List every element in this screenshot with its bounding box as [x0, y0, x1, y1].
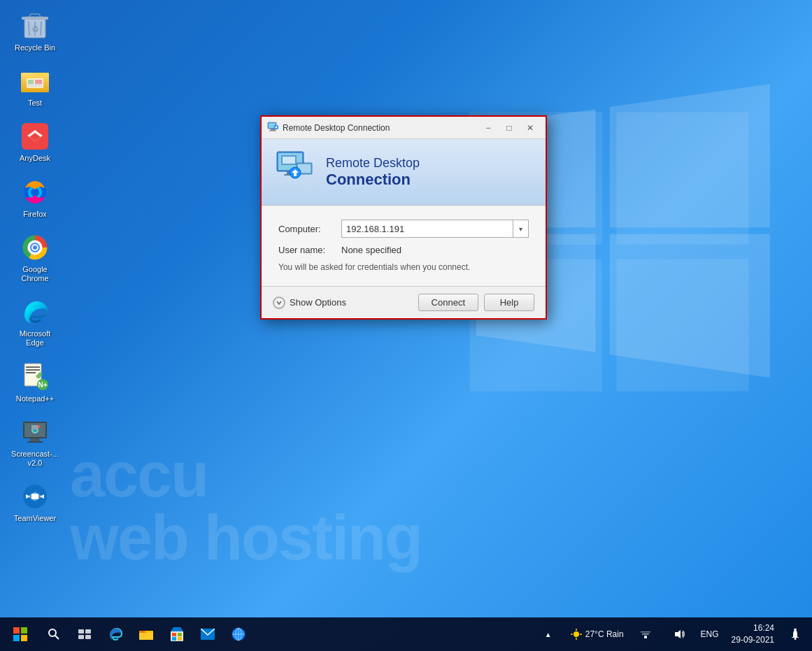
desktop-icons-container: ♻ Recycle Bin: [7, 7, 63, 527]
firefox-icon: [20, 178, 50, 207]
computer-input[interactable]: [342, 224, 513, 234]
help-button[interactable]: Help: [484, 294, 534, 311]
clock[interactable]: 16:24 29-09-2021: [726, 622, 780, 646]
screencast-label: Screencast-... v2.0: [11, 450, 59, 468]
notepadpp-label: Notepad++: [16, 394, 54, 403]
svg-rect-6: [22, 17, 48, 20]
desktop-icon-notepadpp[interactable]: N+ Notepad++: [7, 358, 63, 408]
search-icon: [48, 628, 60, 641]
notepadpp-icon: N+: [20, 362, 50, 392]
anydesk-icon: [20, 122, 50, 151]
start-button[interactable]: [3, 620, 38, 649]
svg-text:♻: ♻: [31, 24, 39, 34]
language-button[interactable]: ENG: [698, 620, 722, 649]
svg-rect-62: [85, 629, 91, 634]
show-hidden-icons-button[interactable]: ▲: [534, 620, 563, 649]
svg-rect-48: [283, 157, 295, 164]
windows-start-icon: [13, 627, 27, 641]
rdp-dialog: Remote Desktop Connection − □ ✕: [260, 115, 547, 320]
rdp-maximize-button[interactable]: □: [499, 120, 519, 136]
rdp-header-title1: Remote Desktop: [326, 156, 420, 171]
clock-date: 29-09-2021: [732, 634, 774, 646]
taskbar-edge-button[interactable]: [101, 620, 130, 649]
volume-icon-button[interactable]: [664, 620, 694, 649]
svg-point-54: [273, 297, 285, 308]
taskbar-mail-button[interactable]: [193, 620, 222, 649]
show-options-icon: [273, 296, 285, 309]
notification-bell-icon: [790, 629, 800, 640]
show-options-label: Show Options: [290, 297, 346, 308]
firefox-label: Firefox: [23, 210, 47, 219]
rdp-header-title2: Connection: [326, 171, 420, 189]
computer-dropdown-arrow[interactable]: ▾: [513, 220, 528, 237]
computer-input-wrapper[interactable]: ▾: [341, 220, 529, 238]
desktop-icon-google-chrome[interactable]: Google Chrome: [7, 229, 63, 287]
rdp-minimize-button[interactable]: −: [478, 120, 498, 136]
svg-marker-84: [675, 630, 681, 638]
network-icon[interactable]: [631, 620, 660, 649]
rdp-body: Computer: ▾ User name: None specified Yo…: [262, 206, 546, 286]
svg-rect-26: [26, 369, 40, 371]
svg-rect-70: [178, 637, 182, 641]
taskbar-left: [3, 620, 253, 649]
google-chrome-label: Google Chrome: [11, 265, 59, 283]
desktop-icon-recycle-bin[interactable]: ♻ Recycle Bin: [7, 7, 63, 57]
weather-icon: [570, 628, 583, 641]
svg-rect-67: [172, 633, 176, 636]
taskbar: ▲ 27°C Rain: [0, 617, 812, 651]
svg-point-59: [49, 629, 56, 636]
weather-widget[interactable]: 27°C Rain: [567, 628, 627, 641]
svg-rect-55: [13, 627, 20, 634]
svg-line-7: [29, 22, 29, 36]
volume-icon: [674, 629, 685, 640]
weather-text: 27°C Rain: [585, 629, 624, 639]
svg-rect-69: [172, 637, 176, 641]
network-status-icon: [640, 629, 651, 640]
show-options-button[interactable]: Show Options: [273, 296, 346, 309]
username-value: None specified: [341, 245, 401, 255]
recycle-bin-icon: ♻: [20, 11, 50, 41]
desktop-icon-microsoft-edge[interactable]: Microsoft Edge: [7, 293, 63, 352]
svg-point-37: [38, 425, 41, 428]
test-folder-icon: [20, 66, 50, 96]
connect-button[interactable]: Connect: [418, 294, 478, 311]
svg-rect-39: [31, 494, 38, 499]
desktop-icon-screencast[interactable]: Screencast-... v2.0: [7, 413, 63, 472]
recycle-bin-label: Recycle Bin: [15, 43, 55, 52]
svg-rect-63: [78, 635, 84, 639]
watermark-line2: web hosting: [70, 502, 422, 574]
svg-rect-36: [31, 425, 38, 429]
taskbar-fileexplorer-icon: [139, 628, 153, 641]
svg-rect-32: [30, 438, 40, 441]
rdp-titlebar: Remote Desktop Connection − □ ✕: [262, 117, 546, 139]
test-folder-label: Test: [28, 99, 42, 108]
username-field-row: User name: None specified: [278, 245, 529, 255]
taskbar-store-button[interactable]: [162, 620, 192, 649]
desktop-icon-anydesk[interactable]: AnyDesk: [7, 117, 63, 167]
clock-time: 16:24: [732, 622, 774, 634]
taskview-icon: [78, 629, 91, 639]
search-button[interactable]: [39, 620, 69, 649]
svg-rect-42: [271, 129, 275, 130]
desktop-icon-test[interactable]: Test: [7, 62, 63, 112]
taskbar-right: ▲ 27°C Rain: [534, 620, 809, 649]
svg-rect-86: [794, 629, 797, 630]
desktop-icon-firefox[interactable]: Firefox: [7, 173, 63, 223]
svg-rect-25: [26, 366, 40, 368]
microsoft-edge-label: Microsoft Edge: [11, 329, 59, 348]
taskbar-store-icon: [171, 627, 183, 641]
desktop: accu web hosting ♻ Recycle Bin: [0, 0, 812, 651]
svg-rect-61: [78, 629, 84, 634]
svg-rect-33: [27, 441, 43, 443]
taskview-button[interactable]: [70, 620, 99, 649]
screencast-icon: [20, 417, 50, 447]
svg-point-23: [33, 245, 37, 250]
svg-line-60: [55, 636, 59, 639]
rdp-header: Remote Desktop Connection: [262, 139, 546, 206]
svg-rect-68: [178, 633, 182, 636]
taskbar-fileexplorer-button[interactable]: [131, 620, 161, 649]
taskbar-globe-button[interactable]: [224, 620, 253, 649]
rdp-close-button[interactable]: ✕: [520, 120, 540, 136]
notification-center-button[interactable]: [784, 623, 806, 645]
desktop-icon-teamviewer[interactable]: TeamViewer: [7, 478, 63, 527]
